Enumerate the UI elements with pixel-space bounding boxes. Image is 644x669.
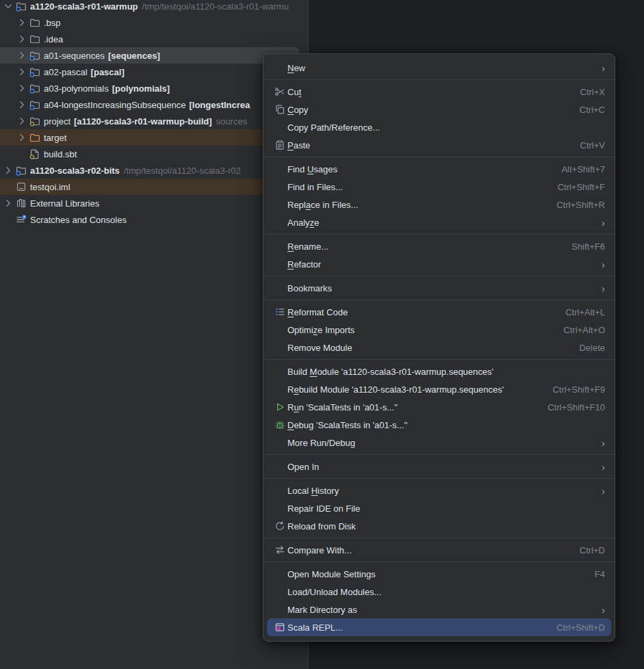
tree-item-label: .idea [44, 34, 63, 44]
chevron-right-icon[interactable] [16, 34, 27, 44]
menu-item-repair-ide-on-file[interactable]: Repair IDE on File [263, 499, 615, 517]
module-folder-icon [29, 50, 40, 61]
tree-item-a01-sequences[interactable]: a01-sequences[sequences] [0, 47, 308, 64]
compare-icon [274, 545, 287, 555]
submenu-arrow-icon: › [602, 63, 605, 73]
project-path: /tmp/testqoi/a1120-scala3-r01-warmu [142, 1, 289, 12]
submenu-arrow-icon: › [602, 605, 605, 615]
menu-item-label: Remove Module [287, 343, 352, 353]
menu-separator [263, 300, 615, 300]
menu-item-find-in-files[interactable]: Find in Files...Ctrl+Shift+F [263, 178, 615, 196]
debug-icon [274, 419, 287, 430]
menu-item-label: Copy [287, 105, 308, 115]
menu-item-rebuild-module-a1120-scala3-r01-warmup-s[interactable]: Rebuild Module 'a1120-scala3-r01-warmup.… [263, 380, 615, 398]
chevron-right-icon[interactable] [3, 165, 14, 176]
tree-item-external-libraries[interactable]: External Libraries [0, 195, 308, 211]
menu-item-rename[interactable]: Rename...Shift+F6 [263, 237, 615, 255]
menu-item-cut[interactable]: CutCtrl+X [263, 83, 615, 101]
tree-item-scratches-and-consoles[interactable]: Scratches and Consoles [0, 211, 308, 228]
menu-item-label: Reformat Code [287, 307, 348, 317]
menu-item-shortcut: Ctrl+Shift+R [556, 200, 605, 210]
chevron-right-icon[interactable] [16, 66, 27, 77]
menu-item-local-history[interactable]: Local History› [263, 482, 615, 499]
menu-item-label: Open In [287, 462, 319, 472]
menu-separator [263, 359, 615, 360]
tree-item-idea[interactable]: .idea [0, 31, 308, 47]
run-icon [274, 402, 287, 412]
chevron-right-icon[interactable] [3, 198, 14, 209]
tree-item-bsp[interactable]: .bsp [0, 14, 308, 31]
chevron-spacer [16, 148, 27, 159]
menu-item-reformat-code[interactable]: Reformat CodeCtrl+Alt+L [263, 303, 615, 321]
menu-item-shortcut: Ctrl+Alt+O [563, 325, 605, 335]
menu-item-label: Mark Directory as [287, 605, 357, 615]
menu-separator [263, 478, 615, 479]
tree-item-a04-longestincreasingsubsequence[interactable]: a04-longestIncreasingSubsequence[longest… [0, 96, 308, 113]
menu-item-find-usages[interactable]: Find UsagesAlt+Shift+7 [263, 160, 615, 178]
menu-item-label: Load/Unload Modules... [287, 587, 381, 597]
copy-icon [274, 104, 287, 115]
menu-item-remove-module[interactable]: Remove ModuleDelete [263, 339, 615, 356]
chevron-down-icon[interactable] [3, 1, 14, 12]
module-folder-icon [29, 66, 40, 77]
tree-item-label: testqoi.iml [30, 182, 70, 192]
menu-item-compare-with[interactable]: Compare With...Ctrl+D [263, 541, 615, 559]
menu-item-shortcut: Ctrl+C [580, 105, 605, 115]
menu-item-shortcut: Ctrl+Shift+F [558, 182, 605, 192]
tree-item-a02-pascal[interactable]: a02-pascal[pascal] [0, 64, 308, 80]
menu-item-label: More Run/Debug [287, 438, 355, 448]
menu-item-build-module-a1120-scala3-r01-warmup-seq[interactable]: Build Module 'a1120-scala3-r01-warmup.se… [263, 363, 615, 380]
menu-item-replace-in-files[interactable]: Replace in Files...Ctrl+Shift+R [263, 196, 615, 213]
menu-item-load-unload-modules[interactable]: Load/Unload Modules... [263, 583, 615, 601]
menu-item-mark-directory-as[interactable]: Mark Directory as› [263, 601, 615, 618]
menu-item-open-in[interactable]: Open In› [263, 458, 615, 475]
menu-item-shortcut: Alt+Shift+7 [561, 164, 605, 174]
sbt-folder-icon [29, 116, 40, 127]
tree-item-label: project [44, 116, 70, 127]
submenu-arrow-icon: › [602, 283, 605, 293]
menu-item-reload-from-disk[interactable]: Reload from Disk [263, 517, 615, 535]
menu-item-bookmarks[interactable]: Bookmarks› [263, 279, 615, 297]
menu-item-label: Refactor [287, 259, 321, 270]
tree-item-build-sbt[interactable]: build.sbt [0, 146, 308, 162]
chevron-right-icon[interactable] [16, 50, 27, 61]
tree-item-a1120-scala3-r01-warmup[interactable]: a1120-scala3-r01-warmup/tmp/testqoi/a112… [0, 0, 308, 14]
menu-separator [263, 79, 615, 80]
menu-item-debug-scalatests-in-a01-s[interactable]: Debug 'ScalaTests in 'a01-s...'' [263, 416, 615, 434]
sbt-file-icon [29, 148, 40, 159]
menu-item-refactor[interactable]: Refactor› [263, 255, 615, 273]
tree-item-testqoi-iml[interactable]: testqoi.iml [0, 179, 308, 195]
menu-item-scala-repl[interactable]: Scala REPL...Ctrl+Shift+D [267, 618, 611, 636]
menu-item-new[interactable]: New› [263, 59, 615, 77]
tree-item-project[interactable]: project[a1120-scala3-r01-warmup-build]so… [0, 113, 308, 129]
menu-item-analyze[interactable]: Analyze› [263, 213, 615, 231]
module-folder-icon [29, 83, 40, 94]
tree-item-label: External Libraries [30, 198, 99, 209]
menu-item-copy-path-reference[interactable]: Copy Path/Reference... [263, 118, 615, 136]
chevron-right-icon[interactable] [16, 17, 27, 28]
chevron-right-icon[interactable] [16, 116, 27, 127]
menu-item-label: Paste [287, 140, 310, 150]
chevron-right-icon[interactable] [16, 99, 27, 110]
menu-item-label: Rebuild Module 'a1120-scala3-r01-warmup.… [287, 384, 504, 395]
menu-item-optimize-imports[interactable]: Optimize ImportsCtrl+Alt+O [263, 321, 615, 339]
tree-item-a03-polynomials[interactable]: a03-polynomials[polynomials] [0, 80, 308, 96]
menu-item-label: Scala REPL... [287, 622, 343, 633]
tree-item-label: Scratches and Consoles [30, 215, 127, 225]
menu-item-label: Replace in Files... [287, 200, 358, 210]
submenu-arrow-icon: › [602, 259, 605, 270]
submenu-arrow-icon: › [602, 438, 605, 448]
menu-item-more-run-debug[interactable]: More Run/Debug› [263, 434, 615, 451]
module-tag: [pascal] [91, 67, 125, 77]
chevron-right-icon[interactable] [16, 83, 27, 94]
tree-item-a1120-scala3-r02-bits[interactable]: a1120-scala3-r02-bits/tmp/testqoi/a1120-… [0, 162, 308, 179]
chevron-spacer [3, 214, 14, 225]
chevron-right-icon[interactable] [16, 132, 27, 143]
menu-item-paste[interactable]: PasteCtrl+V [263, 136, 615, 154]
submenu-arrow-icon: › [602, 218, 605, 228]
menu-item-run-scalatests-in-a01-s[interactable]: Run 'ScalaTests in 'a01-s...''Ctrl+Shift… [263, 398, 615, 416]
tree-item-target[interactable]: target [0, 129, 308, 146]
tree-item-label: a04-longestIncreasingSubsequence [44, 100, 185, 110]
menu-item-copy[interactable]: CopyCtrl+C [263, 101, 615, 118]
menu-item-open-module-settings[interactable]: Open Module SettingsF4 [263, 565, 615, 583]
